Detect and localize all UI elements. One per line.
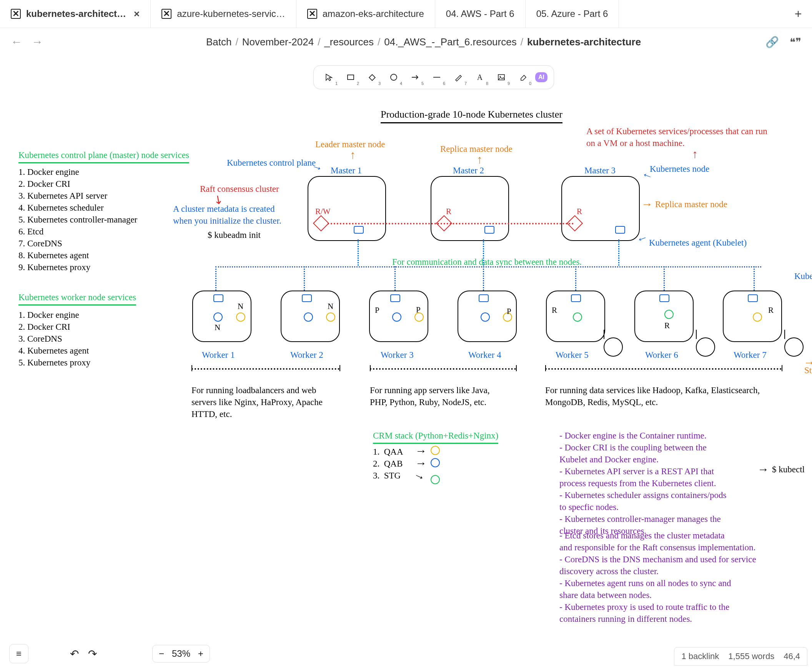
status-bar: 1 backlink 1,555 words 46,4 — [674, 647, 807, 666]
kubeadm-cmd: $ kubeadm init — [208, 229, 261, 241]
pod-icon — [304, 312, 313, 322]
link — [358, 239, 359, 266]
worker3-label: Worker 3 — [380, 349, 414, 361]
tab-label: kubernetes-architect… — [26, 9, 126, 19]
tool-rectangle[interactable]: 2 — [341, 70, 360, 85]
kuber-cut: Kuber — [794, 270, 812, 282]
arrow-replica-r: → — [641, 198, 653, 210]
agent-icon — [390, 295, 400, 302]
tab-kubernetes-architecture[interactable]: ✕ kubernetes-architect… × — [0, 0, 151, 28]
link — [664, 266, 665, 291]
tab-aws-part-6[interactable]: 04. AWS - Part 6 — [435, 0, 525, 28]
forward-button[interactable]: → — [32, 35, 43, 48]
tool-ellipse[interactable]: 4 — [384, 70, 403, 85]
agent-icon — [659, 295, 669, 302]
master2-box — [431, 176, 509, 241]
tab-amazon-eks-architecture[interactable]: ✕ amazon-eks-architecture — [297, 0, 435, 28]
link — [575, 266, 576, 291]
agent-icon — [354, 226, 364, 234]
tag-n: N — [215, 322, 220, 333]
grp1: For running loadbalancers and web server… — [191, 384, 322, 420]
tag-r: R — [664, 320, 670, 331]
tool-line[interactable]: 6 — [428, 70, 446, 85]
tool-eraser[interactable]: 0 — [513, 70, 532, 85]
diagram-canvas[interactable]: Production-grade 10-node Kubernetes clus… — [0, 95, 812, 637]
tool-diamond[interactable]: 3 — [363, 70, 381, 85]
storage-icon — [784, 337, 803, 357]
backlinks-count[interactable]: 1 backlink — [681, 651, 719, 661]
rw-label: R/W — [315, 206, 331, 217]
tag-n: N — [328, 301, 333, 312]
grp3: For running data services like Hadoop, K… — [545, 384, 760, 408]
redo-button[interactable]: ↷ — [88, 647, 97, 660]
link-icon[interactable]: 🔗 — [766, 36, 779, 48]
master3-label: Master 3 — [584, 165, 616, 176]
tab-label: 04. AWS - Part 6 — [446, 9, 514, 19]
crumb-batch[interactable]: Batch — [206, 36, 232, 48]
replica-right: Replica master node — [655, 198, 727, 210]
st-cut: St — [804, 364, 812, 376]
close-icon[interactable]: × — [134, 8, 140, 20]
pod-icon — [431, 446, 440, 455]
sync-label: For communication and data sync between … — [392, 256, 582, 268]
worker7-label: Worker 7 — [734, 349, 767, 361]
tab-azure-part-6[interactable]: 05. Azure - Part 6 — [525, 0, 619, 28]
pod-icon — [573, 312, 582, 322]
tool-image[interactable]: 9 — [492, 70, 510, 85]
worker1-label: Worker 1 — [202, 349, 235, 361]
tool-draw[interactable]: 7 — [449, 70, 467, 85]
agent-icon — [484, 226, 495, 234]
pod-icon — [236, 312, 245, 322]
tool-arrow[interactable]: 5 — [406, 70, 425, 85]
crumb-november[interactable]: November-2024 — [242, 36, 314, 48]
back-button[interactable]: ← — [11, 35, 22, 48]
excalidraw-icon: ✕ — [162, 9, 171, 19]
pod-icon — [431, 458, 440, 467]
pod-icon — [392, 312, 401, 322]
undo-button[interactable]: ↶ — [70, 647, 79, 660]
cp-list: 1. Docker engine 2. Docker CRI 3. Kubern… — [19, 166, 137, 273]
word-count: 1,555 words — [728, 651, 774, 661]
quote-icon[interactable]: ❝❞ — [790, 36, 801, 48]
storage-icon — [604, 337, 623, 357]
tag-r: R — [768, 305, 774, 315]
crumb-aws-part6[interactable]: 04._AWS_-_Part_6.resources — [384, 36, 516, 48]
add-tab-button[interactable]: + — [784, 0, 812, 28]
svg-point-2 — [391, 74, 397, 80]
diagram-title: Production-grade 10-node Kubernetes clus… — [380, 107, 563, 123]
ai-button[interactable]: AI — [535, 72, 548, 82]
etcd-link — [328, 223, 574, 225]
bracket — [370, 368, 516, 370]
tool-select[interactable]: 1 — [320, 70, 338, 85]
pod-icon — [664, 310, 674, 319]
pod-icon — [326, 312, 335, 322]
arrow-svc: ↑ — [692, 148, 698, 160]
char-count: 46,4 — [783, 651, 800, 661]
zoom-in-button[interactable]: + — [198, 648, 203, 659]
tab-strip: ✕ kubernetes-architect… × ✕ azure-kubern… — [0, 0, 812, 28]
tool-text[interactable]: A8 — [471, 70, 489, 85]
r-label: R — [446, 206, 451, 217]
pod-icon — [481, 312, 490, 322]
connector — [604, 330, 604, 339]
connector — [696, 330, 697, 339]
notes1: - Docker engine is the Container runtime… — [560, 430, 759, 537]
master2-label: Master 2 — [453, 165, 484, 176]
wk-heading: Kubernetes worker node services — [19, 291, 136, 305]
agent-icon — [213, 295, 223, 302]
svg-point-4 — [500, 76, 501, 77]
tab-label: azure-kubernetes-servic… — [177, 9, 285, 19]
agent-icon — [302, 295, 312, 302]
zoom-out-button[interactable]: − — [159, 648, 164, 659]
crumb-resources[interactable]: _resources — [324, 36, 374, 48]
arrow-qaa: → — [415, 445, 427, 456]
tab-azure-kubernetes-service[interactable]: ✕ azure-kubernetes-servic… — [151, 0, 296, 28]
tag-p: P — [507, 306, 511, 317]
tag-p: P — [375, 305, 379, 315]
menu-button[interactable]: ≡ — [9, 644, 29, 663]
services-note: A set of Kubernetes services/processes t… — [586, 125, 768, 149]
worker4-label: Worker 4 — [468, 349, 502, 361]
master3-box — [561, 176, 640, 241]
wk-list: 1. Docker engine 2. Docker CRI 3. CoreDN… — [19, 309, 90, 369]
storage-icon — [696, 337, 715, 357]
